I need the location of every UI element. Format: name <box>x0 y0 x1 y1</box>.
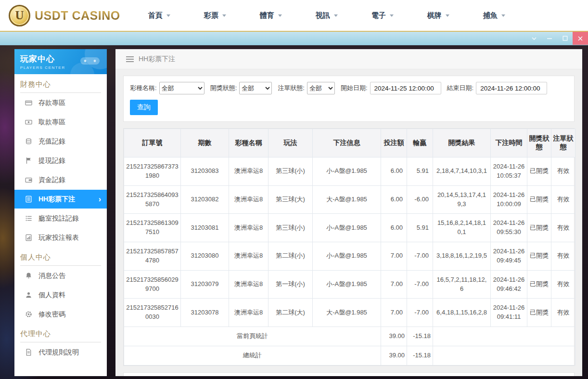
nav-item-sports[interactable]: 體育 <box>260 11 282 20</box>
menu-icon[interactable] <box>126 56 134 63</box>
sidebar-item-label: 玩家投注報表 <box>38 234 79 242</box>
user-icon <box>25 291 32 299</box>
banknote-icon <box>25 118 32 126</box>
table-cell: 澳洲幸运8 <box>229 270 268 299</box>
nav-item-label: 棋牌 <box>427 11 442 20</box>
table-cell: 已開獎 <box>527 242 551 271</box>
sidebar-item-withdraw[interactable]: 取款專區 <box>14 113 107 131</box>
nav-item-board-games[interactable]: 棋牌 <box>427 11 449 20</box>
order-status-label: 注單狀態: <box>278 84 305 92</box>
window-maximize-button[interactable] <box>557 32 573 45</box>
nav-item-lottery[interactable]: 彩票 <box>204 11 226 20</box>
main-nav: 首頁彩票體育視訊電子棋牌捕魚 <box>148 11 505 20</box>
table-cell: 2024-11-26 10:05:37 <box>491 157 527 186</box>
table-cell: 已開獎 <box>527 270 551 299</box>
table-row: 215217325857857478031203080澳洲幸运8第二球(小)小-… <box>124 242 575 271</box>
brand-logo[interactable]: U USDT CASINO <box>9 5 120 26</box>
window-collapse-button[interactable] <box>526 32 542 45</box>
sidebar-item-player-bet-report[interactable]: 玩家投注報表 <box>14 228 107 247</box>
table-cell: 有效 <box>551 185 575 214</box>
table-cell: 7.00 <box>381 299 407 327</box>
chevron-down-icon <box>278 14 282 17</box>
start-date-input[interactable] <box>370 82 441 94</box>
sidebar-menu: 財務中心存款專區取款專區充值記錄提現記錄資金記錄HH彩票下注›廳室投註記錄玩家投… <box>14 80 107 362</box>
table-row: 215217325861309751031203081澳洲幸运8第三球(小)小-… <box>124 214 575 242</box>
table-cell: -6.00 <box>407 185 433 214</box>
table-cell: 澳洲幸运8 <box>229 214 268 242</box>
bets-table: 訂單號期數彩種名稱玩法下注信息投注額輸贏開獎結果下注時間開獎狀態注單狀態 215… <box>124 129 575 366</box>
table-cell: 31203078 <box>181 299 229 327</box>
table-cell: 2152173258527160030 <box>124 299 181 327</box>
sidebar-item-announcements[interactable]: 消息公告 <box>14 266 107 285</box>
top-nav-bar: U USDT CASINO 首頁彩票體育視訊電子棋牌捕魚 <box>0 0 588 31</box>
chevron-down-icon <box>501 14 505 17</box>
report-icon <box>25 234 32 241</box>
table-cell: 31203079 <box>181 270 229 299</box>
bank-card-icon <box>25 99 32 106</box>
brand-logo-text: USDT CASINO <box>35 9 120 23</box>
table-cell: 第三球(大) <box>268 185 313 214</box>
sidebar-section-title: 個人中心 <box>20 253 101 266</box>
wallet-icon <box>25 176 32 183</box>
start-date-label: 開始日期: <box>341 84 368 92</box>
sidebar-item-deposit[interactable]: 存款專區 <box>14 93 107 112</box>
table-cell: 6.00 <box>381 214 407 242</box>
nav-item-live-video[interactable]: 視訊 <box>316 11 338 20</box>
nav-item-fishing[interactable]: 捕魚 <box>483 11 505 20</box>
sidebar-item-hh-lottery-bets[interactable]: HH彩票下注› <box>14 190 107 209</box>
sidebar-item-funds-records[interactable]: 資金記錄 <box>14 170 107 189</box>
sidebar-item-agent-rules[interactable]: 代理規則說明 <box>14 343 107 362</box>
search-button[interactable]: 查詢 <box>130 100 158 115</box>
table-cell: 第二球(大) <box>268 299 313 327</box>
chevron-down-icon <box>334 14 338 17</box>
chevron-down-icon <box>222 14 226 17</box>
table-cell: 15,16,8,2,14,18,10,1 <box>433 214 491 242</box>
table-header-cell: 輸贏 <box>407 129 433 157</box>
brand-logo-icon: U <box>9 5 30 26</box>
sidebar-item-change-password[interactable]: 修改密碼 <box>14 305 107 324</box>
window-close-button[interactable] <box>573 32 588 45</box>
filter-row: 彩種名稱: 全部 開獎狀態: 全部 注單狀態: 全部 開始日期: 結束日期: <box>130 82 568 94</box>
table-cell: 已開獎 <box>527 185 551 214</box>
end-date-input[interactable] <box>476 82 547 94</box>
draw-status-label: 開獎狀態: <box>210 84 237 92</box>
chevron-down-icon <box>166 14 170 17</box>
gamepad-icon <box>79 54 101 69</box>
nav-item-slots[interactable]: 電子 <box>371 11 394 20</box>
table-cell: 2152173258578574780 <box>124 242 181 271</box>
app-window: 玩家中心 PLAYERS CENTER 財務中心存款專區取款專區充值記錄提現記錄… <box>0 45 588 379</box>
sidebar-section-title: 代理中心 <box>20 329 101 342</box>
sidebar-item-label: 消息公告 <box>38 272 65 280</box>
table-header-cell: 開獎結果 <box>433 129 491 157</box>
table-header-cell: 下注時間 <box>491 129 527 157</box>
breadcrumb: HH彩票下注 <box>115 49 582 69</box>
sidebar-item-hall-bet-records[interactable]: 廳室投註記錄 <box>14 209 107 228</box>
sidebar-item-label: 提現記錄 <box>38 157 65 165</box>
sidebar-item-label: 個人資料 <box>38 291 65 300</box>
nav-item-home[interactable]: 首頁 <box>148 11 170 20</box>
table-cell: 小-A盤@1.985 <box>313 242 381 271</box>
lottery-type-select[interactable]: 全部 <box>159 82 205 94</box>
window-minimize-button[interactable] <box>542 32 557 45</box>
table-row: 215217325864093587031203082澳洲幸运8第三球(大)大-… <box>124 185 575 214</box>
coins-icon <box>25 138 32 145</box>
table-cell: 2152173258640935870 <box>124 185 181 214</box>
summary-label: 當前頁統計 <box>124 327 381 346</box>
sidebar-item-withdraw-records[interactable]: 提現記錄 <box>14 151 107 170</box>
table-cell: 31203082 <box>181 185 229 214</box>
summary-row: 當前頁統計39.00-15.18 <box>124 327 575 346</box>
table-cell: 有效 <box>551 299 575 327</box>
sidebar-item-recharge-records[interactable]: 充值記錄 <box>14 132 107 151</box>
draw-status-select[interactable]: 全部 <box>239 82 272 94</box>
table-cell: 2024-11-26 09:49:45 <box>491 242 527 271</box>
sidebar-item-label: 充值記錄 <box>38 137 65 146</box>
main-panel: HH彩票下注 彩種名稱: 全部 開獎狀態: 全部 注單狀態: 全部 開始日期: … <box>115 49 582 376</box>
table-cell: 澳洲幸运8 <box>229 157 268 186</box>
flag-icon <box>25 157 32 164</box>
table-cell: 第三球(小) <box>268 214 313 242</box>
table-cell: 有效 <box>551 270 575 299</box>
table-cell: 16,5,7,2,11,18,12,6 <box>433 270 491 299</box>
sidebar-item-profile[interactable]: 個人資料 <box>14 286 107 304</box>
order-status-select[interactable]: 全部 <box>307 82 335 94</box>
table-cell: -7.00 <box>407 270 433 299</box>
